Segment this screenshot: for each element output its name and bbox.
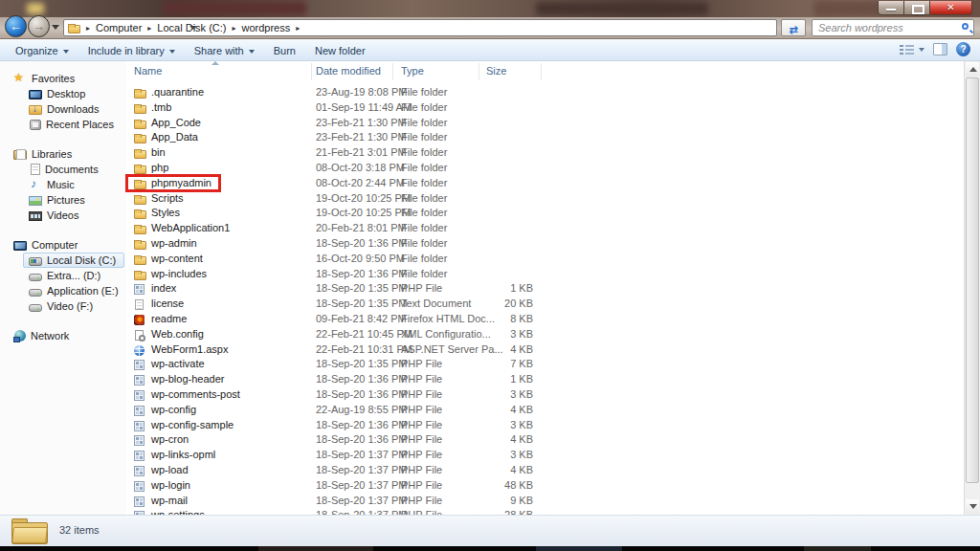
file-row-readme[interactable]: readme09-Feb-21 8:42 PMFirefox HTML Doc.… xyxy=(127,312,964,327)
file-date-modified: 20-Feb-21 8:01 PM xyxy=(316,221,407,236)
forward-button[interactable] xyxy=(28,15,50,37)
sidebar-item-pictures[interactable]: Pictures xyxy=(0,192,126,208)
file-row-app-code[interactable]: App_Code23-Feb-21 1:30 PMFile folder xyxy=(127,116,964,131)
scroll-down-icon[interactable] xyxy=(966,499,979,514)
breadcrumb-item-computer[interactable]: Computer▸ xyxy=(96,22,157,33)
file-row-styles[interactable]: Styles19-Oct-20 10:25 PMFile folder xyxy=(127,206,964,221)
back-button[interactable] xyxy=(5,15,27,37)
file-row-bin[interactable]: bin21-Feb-21 3:01 PMFile folder xyxy=(127,145,964,161)
maximize-button[interactable] xyxy=(904,1,930,15)
close-button[interactable] xyxy=(930,1,972,15)
file-row-wp-activate[interactable]: wp-activate18-Sep-20 1:35 PMPHP File7 KB xyxy=(127,357,964,372)
file-row-app-data[interactable]: App_Data23-Feb-21 1:30 PMFile folder xyxy=(127,130,964,145)
sidebar-item-downloads[interactable]: Downloads xyxy=(0,101,126,117)
preview-pane-icon[interactable] xyxy=(933,43,947,55)
file-row-index[interactable]: index18-Sep-20 1:35 PMPHP File1 KB xyxy=(127,281,964,297)
column-header-type[interactable]: Type xyxy=(401,65,424,77)
command-share-with[interactable]: Share with xyxy=(185,42,264,59)
breadcrumb: Computer▸Local Disk (C:)▸wordpress▸ xyxy=(96,22,305,33)
file-row-web-config[interactable]: Web.config22-Feb-21 10:45 PMXML Configur… xyxy=(127,327,964,342)
column-header-size[interactable]: Size xyxy=(486,65,506,77)
address-bar[interactable]: ▸ Computer▸Local Disk (C:)▸wordpress▸ xyxy=(63,19,777,36)
command-include-in-library[interactable]: Include in library xyxy=(78,42,185,59)
search-input[interactable] xyxy=(816,20,950,35)
file-row-license[interactable]: license18-Sep-20 1:35 PMText Document20 … xyxy=(127,297,964,312)
file-row-wp-content[interactable]: wp-content16-Oct-20 9:50 PMFile folder xyxy=(127,252,964,267)
command-burn[interactable]: Burn xyxy=(264,42,305,59)
file-type: PHP File xyxy=(401,448,442,463)
folder-icon xyxy=(134,272,146,280)
sidebar-item-application-e[interactable]: Application (E:) xyxy=(0,283,126,298)
globe-icon xyxy=(134,345,145,356)
column-divider[interactable] xyxy=(311,63,312,80)
sidebar-item-documents[interactable]: Documents xyxy=(0,162,126,177)
file-row-quarantine[interactable]: .quarantine23-Aug-19 8:08 PMFile folder xyxy=(127,85,964,100)
scrollbar-thumb[interactable] xyxy=(966,77,979,483)
column-divider[interactable] xyxy=(392,63,393,80)
sidebar-item-computer[interactable]: Computer xyxy=(0,237,126,253)
file-row-scripts[interactable]: Scripts19-Oct-20 10:25 PMFile folder xyxy=(127,191,964,207)
change-view-chevron-icon[interactable] xyxy=(919,48,924,52)
history-chevron-icon[interactable] xyxy=(52,25,59,30)
sidebar-item-favorites[interactable]: Favorites xyxy=(0,71,126,86)
sidebar-item-video-f[interactable]: Video (F:) xyxy=(0,298,126,314)
column-divider[interactable] xyxy=(479,63,479,80)
refresh-button[interactable] xyxy=(781,19,806,36)
php-icon xyxy=(134,284,145,295)
command-new-folder[interactable]: New folder xyxy=(305,42,375,59)
vertical-scrollbar[interactable] xyxy=(964,61,980,515)
scroll-up-icon[interactable] xyxy=(966,62,979,77)
file-row-wp-config-sample[interactable]: wp-config-sample18-Sep-20 1:36 PMPHP Fil… xyxy=(127,418,964,433)
column-header-date[interactable]: Date modified xyxy=(316,65,381,77)
file-size: 28 KB xyxy=(472,508,533,515)
sidebar-item-network[interactable]: Network xyxy=(0,328,126,343)
file-row-wp-links-opml[interactable]: wp-links-opml18-Sep-20 1:37 PMPHP File3 … xyxy=(127,448,964,463)
command-organize[interactable]: Organize xyxy=(6,42,78,59)
search-box[interactable] xyxy=(812,19,974,36)
file-row-wp-config[interactable]: wp-config22-Aug-19 8:55 PMPHP File4 KB xyxy=(127,403,964,418)
column-header-name[interactable]: Name xyxy=(134,65,162,77)
file-type: PHP File xyxy=(401,418,442,433)
file-row-wp-settings[interactable]: wp-settings18-Sep-20 1:37 PMPHP File28 K… xyxy=(127,508,964,515)
sidebar-item-extra-d[interactable]: Extra... (D:) xyxy=(0,268,126,283)
change-view-icon[interactable] xyxy=(900,43,914,55)
file-row-wp-includes[interactable]: wp-includes18-Sep-20 1:36 PMFile folder xyxy=(127,267,964,282)
file-row-php[interactable]: php08-Oct-20 3:18 PMFile folder xyxy=(127,161,964,176)
sidebar-item-libraries[interactable]: Libraries xyxy=(0,146,126,162)
file-row-phpmyadmin[interactable]: phpmyadmin08-Oct-20 2:44 PMFile folder xyxy=(127,176,964,191)
file-row-wp-mail[interactable]: wp-mail18-Sep-20 1:37 PMPHP File9 KB xyxy=(127,494,964,509)
php-icon xyxy=(134,421,145,431)
file-row-webapplication1[interactable]: WebApplication120-Feb-21 8:01 PMFile fol… xyxy=(127,221,964,236)
file-row-wp-load[interactable]: wp-load18-Sep-20 1:37 PMPHP File4 KB xyxy=(127,463,964,478)
file-row-wp-admin[interactable]: wp-admin18-Sep-20 1:36 PMFile folder xyxy=(127,236,964,252)
sidebar-item-local-disk-c[interactable]: Local Disk (C:) xyxy=(0,253,126,268)
sidebar-item-label: Extra... (D:) xyxy=(47,270,100,281)
address-dropdown-icon[interactable] xyxy=(189,26,197,30)
php-icon xyxy=(134,390,145,401)
sidebar-item-desktop[interactable]: Desktop xyxy=(0,86,126,101)
folder-icon xyxy=(134,105,146,114)
file-date-modified: 09-Feb-21 8:42 PM xyxy=(316,312,407,327)
help-icon[interactable]: ? xyxy=(956,42,970,56)
breadcrumb-item-wordpress[interactable]: wordpress▸ xyxy=(241,22,305,33)
recent-places-icon xyxy=(30,120,41,130)
sidebar-section-favorites: FavoritesDesktopDownloadsRecent Places xyxy=(0,71,126,132)
file-type: File folder xyxy=(401,267,447,282)
sort-ascending-icon xyxy=(212,61,219,65)
file-row-wp-comments-post[interactable]: wp-comments-post18-Sep-20 1:36 PMPHP Fil… xyxy=(127,387,964,403)
file-row-wp-login[interactable]: wp-login18-Sep-20 1:37 PMPHP File48 KB xyxy=(127,478,964,494)
file-row-wp-blog-header[interactable]: wp-blog-header18-Sep-20 1:36 PMPHP File1… xyxy=(127,372,964,387)
sidebar-item-videos[interactable]: Videos xyxy=(0,208,126,223)
file-date-modified: 23-Aug-19 8:08 PM xyxy=(316,85,407,100)
file-row-webform1-aspx[interactable]: WebForm1.aspx22-Feb-21 10:31 PMASP.NET S… xyxy=(127,342,964,358)
chevron-down-icon xyxy=(249,50,255,54)
sidebar-item-music[interactable]: Music xyxy=(0,177,126,192)
file-row-wp-cron[interactable]: wp-cron18-Sep-20 1:36 PMPHP File4 KB xyxy=(127,432,964,448)
breadcrumb-item-local-disk-c[interactable]: Local Disk (C:)▸ xyxy=(157,22,241,33)
file-row-tmb[interactable]: .tmb01-Sep-19 11:49 AMFile folder xyxy=(127,100,964,116)
column-divider[interactable] xyxy=(541,63,542,80)
documents-icon xyxy=(31,164,40,175)
highlight-box xyxy=(125,174,221,192)
sidebar-item-recent-places[interactable]: Recent Places xyxy=(0,117,126,132)
minimize-button[interactable] xyxy=(878,1,904,15)
